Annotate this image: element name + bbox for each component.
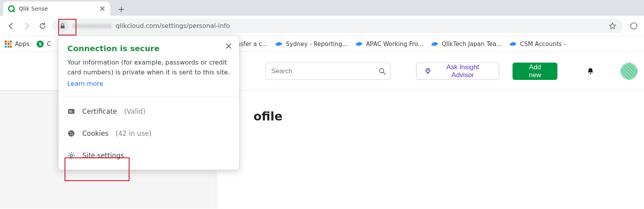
user-avatar[interactable] (620, 63, 638, 80)
url-visible-part: qlikcloud.com/settings/personal-info (116, 22, 230, 30)
bookmark-item-sydney[interactable]: Sydney - Reporting... (275, 40, 348, 48)
certificate-state: (Valid) (124, 107, 145, 115)
apps-grid-icon (5, 41, 12, 48)
cookie-icon (67, 129, 75, 137)
cookies-count: (42 in use) (116, 129, 152, 137)
svg-line-5 (383, 72, 385, 74)
popover-row-cookies[interactable]: Cookies (42 in use) (59, 122, 239, 144)
site-info-popover: Connection is secure Your information (f… (58, 35, 239, 170)
svg-point-8 (590, 73, 591, 74)
svg-rect-12 (69, 112, 73, 113)
certificate-icon (67, 107, 75, 115)
svg-point-14 (70, 131, 71, 133)
certificate-label: Certificate (82, 107, 117, 115)
bookmark-item-csm[interactable]: CSM Accounts - (509, 40, 566, 48)
browser-tab-title: Qlik Sense (19, 6, 48, 12)
lightbulb-icon (424, 68, 431, 75)
close-popover-icon[interactable] (224, 41, 233, 51)
svg-point-4 (379, 68, 384, 73)
learn-more-link[interactable]: Learn more (67, 80, 103, 87)
gear-icon (67, 152, 75, 159)
svg-line-1 (13, 10, 15, 12)
close-tab-icon[interactable] (98, 5, 106, 13)
ask-insight-advisor-button[interactable]: Ask Insight Advisor (416, 63, 499, 80)
bookmark-label-qliktech: QlikTech Japan Tea... (442, 41, 502, 48)
apps-label: Apps (15, 41, 30, 48)
notifications-bell-icon[interactable] (586, 67, 595, 76)
bookmark-label-1: C (47, 41, 51, 48)
app-search-box[interactable] (265, 63, 391, 80)
svg-point-15 (72, 132, 73, 133)
bookmark-favicon-1 (37, 41, 44, 48)
confluence-icon (431, 40, 439, 48)
popover-options: Certificate (Valid) Cookies (42 in use) … (59, 97, 239, 170)
bookmark-star-icon[interactable] (607, 20, 618, 31)
browser-tab-active[interactable]: Qlik Sense (3, 2, 110, 16)
bookmark-item-1[interactable]: C (37, 41, 51, 48)
app-search-input[interactable] (270, 67, 375, 76)
bookmark-item-apac[interactable]: APAC Working Fro... (355, 40, 424, 48)
url-obscured-part: xxxxxxxxxx (72, 22, 112, 30)
browser-toolbar: xxxxxxxxxx qlikcloud.com/settings/person… (0, 16, 644, 36)
apps-shortcut[interactable]: Apps (5, 41, 30, 48)
popover-description: Your information (for example, passwords… (67, 58, 230, 78)
ask-insight-label: Ask Insight Advisor (435, 63, 491, 79)
extensions-icon[interactable] (628, 20, 639, 31)
cookies-label: Cookies (82, 129, 109, 137)
search-icon (379, 68, 386, 75)
bookmark-item-qliktech[interactable]: QlikTech Japan Tea... (431, 40, 502, 48)
svg-rect-10 (68, 109, 74, 114)
nav-reload-button[interactable] (36, 20, 49, 32)
confluence-icon (275, 40, 283, 48)
new-tab-button[interactable] (115, 3, 128, 16)
confluence-icon (355, 40, 363, 48)
site-settings-label: Site settings (82, 152, 124, 159)
svg-point-18 (70, 154, 72, 157)
add-new-label: Add new (529, 63, 541, 79)
popover-row-certificate[interactable]: Certificate (Valid) (59, 100, 239, 122)
add-new-button[interactable]: Add new (513, 63, 557, 80)
nav-back-button[interactable] (5, 20, 17, 32)
main-panel: ofile (217, 91, 644, 209)
site-info-lock-button[interactable] (57, 20, 68, 32)
bookmark-label-apac: APAC Working Fro... (366, 41, 424, 48)
bookmark-label-csm: CSM Accounts - (520, 41, 566, 48)
svg-point-13 (68, 130, 74, 137)
nav-forward-button (20, 20, 33, 32)
page-title-clipped: ofile (232, 109, 628, 123)
popover-title: Connection is secure (67, 44, 230, 53)
svg-point-3 (631, 23, 637, 29)
browser-tabstrip: Qlik Sense (0, 0, 644, 16)
svg-rect-11 (69, 111, 72, 111)
address-bar[interactable]: xxxxxxxxxx qlikcloud.com/settings/person… (52, 19, 623, 33)
qlik-favicon (8, 5, 15, 12)
bookmark-label-sydney: Sydney - Reporting... (286, 41, 348, 48)
svg-point-17 (72, 134, 73, 135)
svg-point-6 (426, 68, 430, 72)
svg-rect-2 (61, 26, 65, 28)
svg-point-16 (70, 134, 71, 135)
confluence-icon (509, 40, 517, 48)
popover-row-site-settings[interactable]: Site settings (59, 144, 239, 166)
